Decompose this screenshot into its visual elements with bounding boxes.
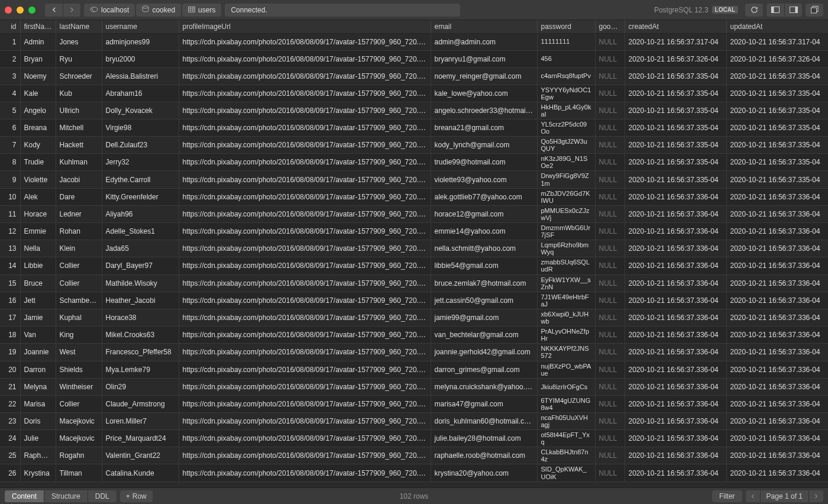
cell-googleId[interactable]: NULL [595,240,625,257]
cell-createdAt[interactable]: 2020-10-21 16:56:37.335-04 [625,67,726,85]
cell-id[interactable]: 23 [0,412,20,429]
cell-updatedAt[interactable]: 2020-10-21 16:56:37.336-04 [726,309,828,326]
cell-lastName[interactable]: Collier [56,257,102,274]
cell-id[interactable]: 4 [0,85,20,102]
table-row[interactable]: 8TrudieKuhlmanJerry32https://cdn.pixabay… [0,154,828,171]
cell-password[interactable]: pMMUESx0cZJzwVj [537,205,595,222]
cell-email[interactable]: julie.bailey28@hotmail.com [431,430,537,447]
cell-googleId[interactable]: NULL [595,327,625,344]
cell-password[interactable]: 7J1WE49eHtrbFaJ [537,292,595,309]
cell-lastName[interactable]: Macejkovic [56,412,102,429]
column-header-lastName[interactable]: lastName [56,20,102,33]
cell-profileImageUrl[interactable]: https://cdn.pixabay.com/photo/2016/08/08… [179,309,431,326]
cell-firstName[interactable]: Nella [20,240,56,257]
cell-password[interactable]: DmzmmWbG6Ur7jSF [537,223,595,240]
cell-email[interactable]: van_bechtelar@gmail.com [431,327,537,344]
cell-email[interactable]: violette93@yahoo.com [431,171,537,188]
table-row[interactable]: 21MelynaWintheiserOlin29https://cdn.pixa… [0,378,828,395]
cell-googleId[interactable]: NULL [595,102,625,119]
cell-id[interactable]: 24 [0,430,20,447]
cell-updatedAt[interactable]: 2020-10-21 16:56:37.336-04 [726,274,828,292]
table-row[interactable]: 1AdminJonesadminjones99https://cdn.pixab… [0,33,828,50]
cell-profileImageUrl[interactable]: https://cdn.pixabay.com/photo/2016/08/08… [179,361,431,378]
table-row[interactable]: 14LibbieCollierDaryl_Bayer97https://cdn.… [0,257,828,274]
cell-createdAt[interactable]: 2020-10-21 16:56:37.335-04 [625,154,726,171]
cell-firstName[interactable]: Kale [20,85,56,102]
cell-updatedAt[interactable]: 2020-10-21 16:56:37.336-04 [726,344,828,361]
cell-password[interactable]: SID_QpKWAK_UOiK [537,464,595,482]
cell-password[interactable]: ncaFh05UuXVHagj [537,412,595,429]
cell-password[interactable]: nujBXzPO_wbPAue [537,361,595,378]
cell-password[interactable]: xb6Xwpi0_kJUHwb [537,309,595,326]
cell-lastName[interactable]: Schroeder [56,67,102,85]
cell-firstName[interactable]: Joannie [20,344,56,361]
cell-username[interactable]: Valentin_Grant22 [102,447,179,464]
cell-password[interactable]: Qo5H3gtJ2W3uQUY [537,137,595,154]
cell-updatedAt[interactable]: 2020-10-21 16:56:37.335-04 [726,102,828,119]
cell-username[interactable]: Dolly_Kovacek [102,102,179,119]
cell-firstName[interactable]: Noemy [20,67,56,85]
breadcrumb-host[interactable]: localhost [84,4,135,17]
cell-profileImageUrl[interactable]: https://cdn.pixabay.com/photo/2016/08/08… [179,102,431,119]
cell-firstName[interactable]: Alek [20,188,56,205]
cell-firstName[interactable]: Horace [20,205,56,222]
cell-lastName[interactable]: Rohan [56,223,102,240]
cell-id[interactable]: 9 [0,171,20,188]
cell-username[interactable]: Jerry32 [102,154,179,171]
cell-id[interactable]: 22 [0,395,20,412]
maximize-window-button[interactable] [28,7,35,14]
cell-id[interactable]: 12 [0,223,20,240]
cell-password[interactable]: NKKKAYPf2JNS572 [537,344,595,361]
cell-firstName[interactable]: Bruce [20,274,56,292]
cell-googleId[interactable]: NULL [595,137,625,154]
cell-id[interactable]: 6 [0,119,20,136]
table-row[interactable]: 6BreanaMitchellVirgie98https://cdn.pixab… [0,119,828,136]
cell-googleId[interactable]: NULL [595,67,625,85]
nav-back-button[interactable] [45,4,63,17]
column-header-createdAt[interactable]: createdAt [625,20,726,33]
cell-updatedAt[interactable]: 2020-10-21 16:56:37.336-04 [726,447,828,464]
cell-password[interactable]: Jkiu8izrIrOFgCs [537,378,595,395]
cell-profileImageUrl[interactable]: https://cdn.pixabay.com/photo/2016/08/08… [179,412,431,429]
cell-updatedAt[interactable]: 2020-10-21 16:56:37.335-04 [726,154,828,171]
cell-email[interactable]: emmie14@yahoo.com [431,223,537,240]
table-row[interactable]: 16JettSchambergerHeather_Jacobihttps://c… [0,292,828,309]
table-row[interactable]: 23DorisMacejkovicLoren.Miller7https://cd… [0,412,828,429]
cell-profileImageUrl[interactable]: https://cdn.pixabay.com/photo/2016/08/08… [179,223,431,240]
cell-email[interactable]: kale_lowe@yahoo.com [431,85,537,102]
cell-email[interactable]: trudie99@hotmail.com [431,154,537,171]
cell-updatedAt[interactable]: 2020-10-21 16:56:37.336-04 [726,378,828,395]
cell-id[interactable]: 16 [0,292,20,309]
cell-email[interactable]: libbie54@gmail.com [431,257,537,274]
cell-googleId[interactable]: NULL [595,205,625,222]
table-row[interactable]: 19JoannieWestFrancesco_Pfeffer58https://… [0,344,828,361]
cell-username[interactable]: adminjones99 [102,33,179,50]
cell-username[interactable]: bryu2000 [102,50,179,67]
cell-profileImageUrl[interactable]: https://cdn.pixabay.com/photo/2016/08/08… [179,395,431,412]
tab-content[interactable]: Content [5,490,44,502]
cell-firstName[interactable]: Raphaelle [20,447,56,464]
cell-createdAt[interactable]: 2020-10-21 16:56:37.335-04 [625,85,726,102]
cell-firstName[interactable]: Doris [20,412,56,429]
table-row[interactable]: 24JulieMacejkovicPrice_Marquardt24https:… [0,430,828,447]
cell-updatedAt[interactable]: 2020-10-21 16:56:37.336-04 [726,292,828,309]
column-header-firstName[interactable]: firstName [20,20,56,33]
cell-lastName[interactable]: Ullrich [56,102,102,119]
cell-password[interactable]: mZbJDV26Gd7KIWU [537,188,595,205]
table-row[interactable]: 2BryanRyubryu2000https://cdn.pixabay.com… [0,50,828,67]
cell-id[interactable]: 8 [0,154,20,171]
cell-password[interactable]: c4arnRsq8fuptPv [537,67,595,85]
cell-profileImageUrl[interactable]: https://cdn.pixabay.com/photo/2016/08/08… [179,378,431,395]
cell-profileImageUrl[interactable]: https://cdn.pixabay.com/photo/2016/08/08… [179,327,431,344]
cell-updatedAt[interactable]: 2020-10-21 16:56:37.336-04 [726,361,828,378]
cell-email[interactable]: nella.schmitt@yahoo.com [431,240,537,257]
cell-password[interactable]: YL5crz2P5dc09Oo [537,119,595,136]
cell-firstName[interactable]: Emmie [20,223,56,240]
next-page-button[interactable] [809,490,823,502]
cell-profileImageUrl[interactable]: https://cdn.pixabay.com/photo/2016/08/08… [179,154,431,171]
cell-updatedAt[interactable]: 2020-10-21 16:56:37.335-04 [726,85,828,102]
cell-firstName[interactable]: Angelo [20,102,56,119]
table-row[interactable]: 10AlekDareKitty.Greenfelderhttps://cdn.p… [0,188,828,205]
cell-lastName[interactable]: West [56,344,102,361]
cell-profileImageUrl[interactable]: https://cdn.pixabay.com/photo/2016/08/08… [179,33,431,50]
